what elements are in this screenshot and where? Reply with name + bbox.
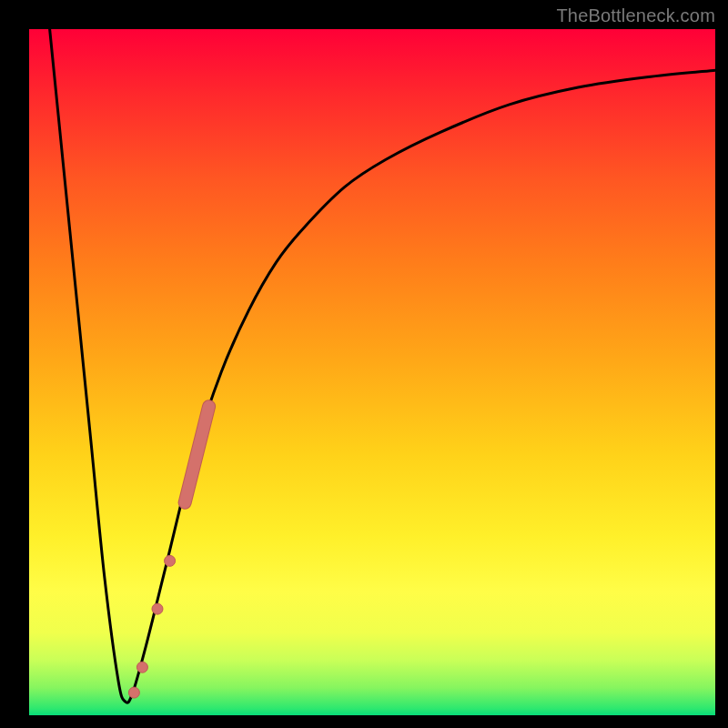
curve-marker-segment [185,407,208,503]
curve-marker-dot [128,687,139,698]
bottleneck-curve [50,29,715,703]
chart-frame: TheBottleneck.com [0,0,728,728]
curve-marker-dot [136,662,147,672]
chart-svg [29,29,715,715]
attribution-text: TheBottleneck.com [556,5,715,26]
curve-marker-dot [165,555,176,566]
curve-marker-dot [152,603,163,614]
plot-area [29,29,715,715]
